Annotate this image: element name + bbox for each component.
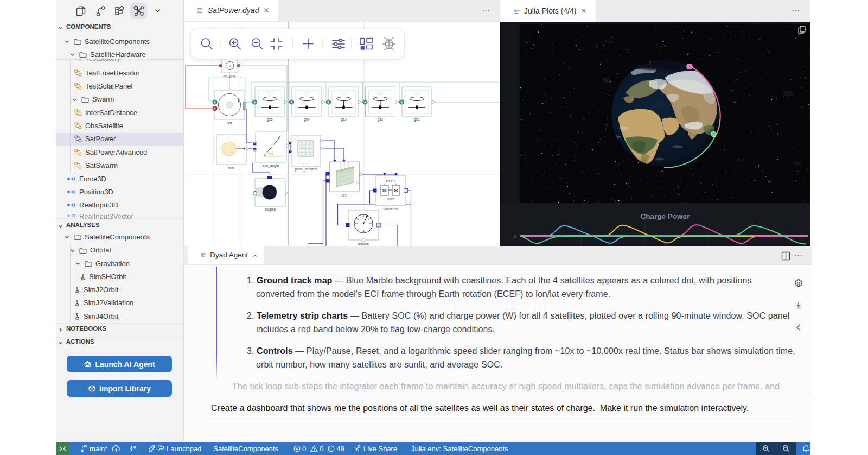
svg-text:K: K: [229, 65, 231, 68]
svg-text:DC: DC: [394, 189, 398, 192]
svg-text:gs5: gs5: [267, 117, 273, 122]
svg-text:Charge Power: Charge Power: [641, 214, 691, 220]
svg-text:gs2: gs2: [378, 117, 384, 122]
svg-text:sat: sat: [227, 121, 232, 125]
svg-text:MPPT: MPPT: [387, 198, 394, 201]
svg-text:sun_angle: sun_angle: [263, 163, 279, 168]
svg-text:A: A: [362, 230, 365, 233]
svg-text:gs3: gs3: [341, 117, 347, 122]
svg-text:cell: cell: [342, 193, 347, 197]
svg-text:0: 0: [514, 233, 516, 239]
svg-text:sun: sun: [228, 166, 234, 170]
svg-text:sat_grav: sat_grav: [223, 74, 237, 78]
svg-text:gs4: gs4: [304, 117, 310, 122]
svg-text:θ: θ: [271, 152, 273, 155]
svg-text:isensor: isensor: [358, 242, 370, 245]
svg-text:converter: converter: [383, 207, 398, 211]
svg-text:gs1: gs1: [414, 117, 420, 122]
svg-text:DC: DC: [382, 189, 387, 192]
svg-text:panel_thermal: panel_thermal: [295, 167, 317, 172]
svg-text:MPPT: MPPT: [386, 179, 395, 183]
svg-text:eclipse: eclipse: [265, 207, 276, 212]
